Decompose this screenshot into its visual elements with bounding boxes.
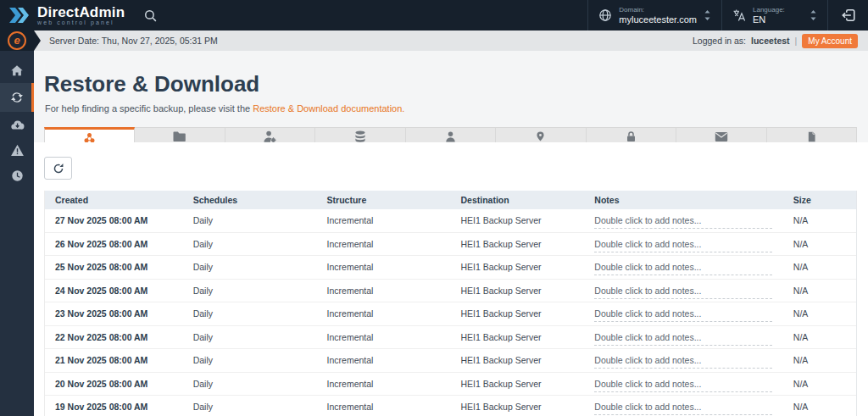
documentation-link[interactable]: Restore & Download documentation.: [253, 103, 404, 114]
my-account-button[interactable]: My Account: [802, 34, 858, 48]
cell-schedules: Daily: [183, 355, 317, 365]
cell-size: N/A: [783, 215, 856, 225]
cell-notes: Double click to add notes...: [584, 398, 782, 415]
evolution-skin-logo: e: [8, 31, 26, 50]
file-icon: [806, 130, 817, 143]
logout-button[interactable]: [827, 0, 868, 31]
directadmin-brand[interactable]: DirectAdmin web control panel: [0, 0, 135, 31]
cell-notes: Double click to add notes...: [584, 212, 782, 229]
table-row[interactable]: 20 Nov 2025 08:00 AM Daily Incremental H…: [45, 373, 856, 397]
notes-editable[interactable]: Double click to add notes...: [594, 308, 772, 322]
home-icon: [10, 64, 24, 77]
sidebar-item-backups[interactable]: [0, 112, 34, 137]
cell-created: 21 Nov 2025 08:00 AM: [45, 355, 183, 365]
cloud-download-icon: [10, 119, 25, 131]
cell-structure: Incremental: [317, 332, 451, 342]
cell-destination: HEI1 Backup Server: [450, 308, 584, 319]
sidebar-item-home[interactable]: [0, 58, 34, 83]
cell-structure: Incremental: [317, 262, 451, 272]
lock-icon: [625, 130, 637, 143]
cell-notes: Double click to add notes...: [584, 305, 782, 322]
notes-editable[interactable]: Double click to add notes...: [594, 262, 772, 275]
language-label: Language:: [753, 6, 785, 14]
table-row[interactable]: 24 Nov 2025 08:00 AM Daily Incremental H…: [45, 280, 856, 303]
sidebar-arrow: [34, 31, 41, 51]
top-navbar: DirectAdmin web control panel Domain: my…: [0, 0, 868, 31]
user-icon: [444, 130, 457, 143]
domain-selector[interactable]: Domain: myluceetester.com: [587, 0, 721, 31]
notes-editable[interactable]: Double click to add notes...: [594, 402, 772, 415]
column-header-notes: Notes: [584, 195, 782, 205]
brand-tagline: web control panel: [37, 19, 125, 26]
status-bar: Server Date: Thu, Nov 27, 2025, 05:31 PM…: [34, 31, 868, 51]
logged-in-username: luceetest: [751, 36, 790, 46]
chevron-updown-icon: [704, 9, 711, 21]
server-date: Server Date: Thu, Nov 27, 2025, 05:31 PM: [49, 36, 218, 46]
search-button[interactable]: [135, 0, 166, 31]
refresh-icon: [53, 163, 64, 175]
main-content: Restore & Download For help finding a sp…: [34, 51, 868, 416]
subtitle-text: For help finding a specific backup, plea…: [45, 103, 253, 114]
cell-notes: Double click to add notes...: [584, 236, 782, 252]
refresh-button[interactable]: [44, 157, 72, 180]
cell-schedules: Daily: [183, 262, 317, 272]
cell-structure: Incremental: [317, 286, 451, 296]
table-body: 27 Nov 2025 08:00 AM Daily Incremental H…: [45, 209, 856, 416]
globe-icon: [598, 8, 612, 22]
cell-notes: Double click to add notes...: [584, 258, 782, 275]
backups-table: CreatedSchedulesStructureDestinationNote…: [44, 191, 857, 416]
warning-icon: [10, 144, 25, 157]
cell-structure: Incremental: [317, 355, 451, 365]
cell-size: N/A: [783, 332, 856, 342]
table-row[interactable]: 27 Nov 2025 08:00 AM Daily Incremental H…: [45, 209, 856, 233]
clock-icon: [11, 169, 24, 182]
envelope-icon: [715, 131, 728, 142]
cell-size: N/A: [783, 402, 856, 412]
search-icon: [143, 8, 158, 23]
logged-in-prefix: Logged in as:: [693, 36, 746, 46]
cell-size: N/A: [783, 239, 856, 249]
cell-size: N/A: [783, 379, 856, 389]
sidebar: e: [0, 31, 34, 416]
cell-destination: HEI1 Backup Server: [450, 355, 584, 365]
cell-created: 25 Nov 2025 08:00 AM: [45, 262, 183, 272]
notes-editable[interactable]: Double click to add notes...: [594, 332, 772, 346]
table-panel: CreatedSchedulesStructureDestinationNote…: [34, 142, 868, 416]
table-row[interactable]: 22 Nov 2025 08:00 AM Daily Incremental H…: [45, 326, 856, 350]
column-header-created: Created: [45, 195, 183, 205]
domain-value: myluceetester.com: [619, 14, 697, 25]
cell-schedules: Daily: [183, 308, 317, 319]
domain-label: Domain:: [619, 6, 697, 14]
table-row[interactable]: 19 Nov 2025 08:00 AM Daily Incremental H…: [45, 396, 856, 416]
column-header-size: Size: [783, 195, 856, 205]
brand-title: DirectAdmin: [37, 5, 125, 19]
cell-created: 26 Nov 2025 08:00 AM: [45, 239, 183, 249]
notes-editable[interactable]: Double click to add notes...: [594, 239, 772, 252]
translate-icon: [732, 8, 746, 22]
cell-created: 24 Nov 2025 08:00 AM: [45, 286, 183, 296]
table-row[interactable]: 25 Nov 2025 08:00 AM Daily Incremental H…: [45, 256, 856, 280]
cell-notes: Double click to add notes...: [584, 375, 782, 392]
cell-created: 19 Nov 2025 08:00 AM: [45, 402, 183, 412]
notes-editable[interactable]: Double click to add notes...: [594, 355, 772, 369]
sidebar-item-alerts[interactable]: [0, 137, 34, 163]
notes-editable[interactable]: Double click to add notes...: [594, 215, 772, 229]
cell-structure: Incremental: [317, 239, 451, 249]
cell-schedules: Daily: [183, 239, 317, 249]
notes-editable[interactable]: Double click to add notes...: [594, 286, 772, 299]
cell-schedules: Daily: [183, 215, 317, 225]
table-header-row: CreatedSchedulesStructureDestinationNote…: [45, 191, 856, 209]
sidebar-item-restore[interactable]: [0, 83, 34, 112]
language-selector[interactable]: Language: EN: [721, 0, 827, 31]
page-title: Restore & Download: [44, 71, 868, 97]
folder-icon: [173, 130, 186, 142]
table-row[interactable]: 26 Nov 2025 08:00 AM Daily Incremental H…: [45, 233, 856, 257]
table-row[interactable]: 21 Nov 2025 08:00 AM Daily Incremental H…: [45, 349, 856, 373]
skin-logo-area[interactable]: e: [0, 31, 34, 51]
cell-schedules: Daily: [183, 286, 317, 296]
separator: |: [795, 36, 798, 46]
column-header-schedules: Schedules: [183, 195, 317, 205]
table-row[interactable]: 23 Nov 2025 08:00 AM Daily Incremental H…: [45, 302, 856, 326]
sidebar-item-history[interactable]: [0, 163, 34, 188]
notes-editable[interactable]: Double click to add notes...: [594, 379, 772, 392]
